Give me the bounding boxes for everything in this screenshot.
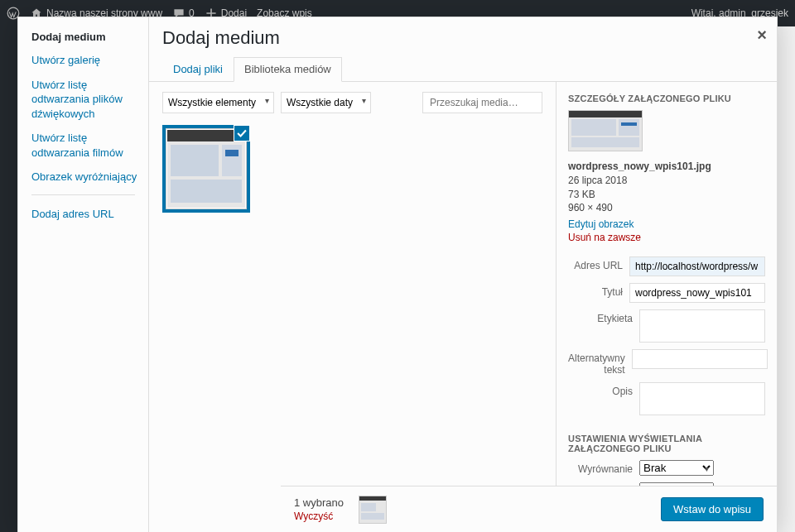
tab-library[interactable]: Biblioteka mediów [234,57,342,82]
alt-label: Alternatywny tekst [568,349,625,376]
media-toolbar: Wszystkie elementy Wszystkie daty [162,92,542,113]
sidebar-item-audio-playlist[interactable]: Utwórz listę odtwarzania plików dźwiękow… [31,78,148,122]
attachments-grid [162,113,542,213]
media-browser: Wszystkie elementy Wszystkie daty [149,82,556,532]
selection-thumb[interactable] [359,496,387,524]
title-input[interactable] [629,283,765,303]
tabs: Dodaj pliki Biblioteka mediów [149,49,777,82]
attachment-details: SZCZEGÓŁY ZAŁĄCZONEGO PLIKU wordpress_no… [556,82,777,532]
details-size: 73 KB [568,188,765,202]
clear-selection-link[interactable]: Wyczyść [294,510,344,522]
align-select[interactable]: Brak [639,460,714,476]
details-dimensions: 960 × 490 [568,201,765,215]
attachment-thumb[interactable] [162,125,250,213]
desc-label: Opis [568,382,633,397]
title-label: Tytuł [568,283,623,298]
modal-title: Dodaj medium [149,17,777,49]
modal-sidebar: Dodaj medium Utwórz galerię Utwórz listę… [18,17,149,532]
sidebar-item-insert-url[interactable]: Dodaj adres URL [31,207,148,222]
sidebar-heading: Dodaj medium [31,31,148,43]
display-heading: USTAWIENIA WYŚWIETLANIA ZAŁĄCZONEGO PLIK… [568,434,765,453]
alt-input[interactable] [632,349,768,369]
url-input[interactable] [629,256,765,276]
sidebar-item-video-playlist[interactable]: Utwórz listę odtwarzania filmów [31,131,148,160]
details-preview [568,110,643,151]
tab-upload[interactable]: Dodaj pliki [162,57,234,81]
edit-image-link[interactable]: Edytuj obrazek [568,218,765,230]
caption-label: Etykieta [568,309,633,324]
details-date: 26 lipca 2018 [568,174,765,188]
details-heading: SZCZEGÓŁY ZAŁĄCZONEGO PLIKU [568,93,765,103]
url-label: Adres URL [568,256,623,271]
sidebar-item-featured-image[interactable]: Obrazek wyróżniający [31,170,148,185]
selected-check-icon[interactable] [234,125,250,141]
caption-input[interactable] [639,309,765,343]
modal-main: Dodaj medium Dodaj pliki Biblioteka medi… [149,17,777,532]
selection-info: 1 wybrano Wyczyść [294,496,344,522]
filter-date-select[interactable]: Wszystkie daty [281,92,371,113]
filter-type-select[interactable]: Wszystkie elementy [162,92,274,113]
insert-button[interactable]: Wstaw do wpisu [661,497,764,521]
sidebar-item-gallery[interactable]: Utwórz galerię [31,53,148,68]
media-modal: × Dodaj medium Utwórz galerię Utwórz lis… [17,17,778,532]
delete-image-link[interactable]: Usuń na zawsze [568,232,765,243]
search-input[interactable] [422,92,542,113]
align-label: Wyrównanie [568,460,633,475]
selection-count: 1 wybrano [294,496,344,509]
desc-input[interactable] [639,382,765,415]
attachment-preview [167,130,245,208]
modal-footer: 1 wybrano Wyczyść Wstaw do wpisu [281,486,777,532]
details-filename: wordpress_nowy_wpis101.jpg [568,160,765,174]
